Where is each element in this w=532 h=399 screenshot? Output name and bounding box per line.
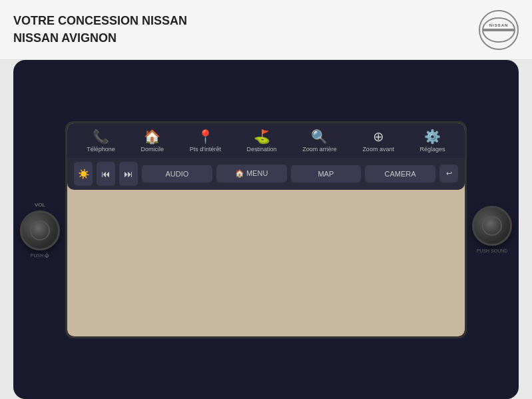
vol-label: VOL — [35, 202, 45, 208]
destination-label: Destination — [247, 146, 277, 153]
telephone-label: Téléphone — [87, 146, 115, 153]
map-button[interactable]: MAP — [291, 165, 362, 183]
brightness-btn[interactable]: ☀️ — [74, 162, 93, 186]
main-screen: ⛽ ⛽ La Durance Anguillon Étang de Sudre … — [67, 123, 465, 336]
svg-rect-1 — [483, 29, 515, 31]
poi-label: Pts d'intérêt — [190, 146, 221, 153]
next-btn[interactable]: ⏭ — [119, 162, 138, 186]
nav-reglages[interactable]: ⚙️ Réglages — [415, 127, 451, 154]
svg-text:NISSAN: NISSAN — [489, 23, 509, 27]
nav-zoom-in[interactable]: ⊕ Zoom avant — [357, 127, 399, 154]
nav-zoom-out[interactable]: 🔍 Zoom arrière — [297, 127, 342, 154]
destination-icon: ⛳ — [254, 129, 270, 145]
nav-destination[interactable]: ⛳ Destination — [242, 127, 282, 154]
menu-button[interactable]: 🏠 MENU — [216, 165, 287, 183]
header-title: VOTRE CONCESSION NISSAN NISSAN AVIGNON — [13, 13, 187, 46]
nav-icons-row: 📞 Téléphone 🏠 Domicile 📍 Pts d'intérêt ⛳… — [67, 123, 465, 158]
home-icon: 🏠 — [144, 129, 160, 145]
settings-icon: ⚙️ — [424, 129, 441, 145]
sound-knob-inner — [482, 216, 502, 236]
right-controls: PUSH SOUND — [472, 206, 512, 253]
device-frame: VOL PUSH ⏻ — [13, 60, 519, 399]
bottom-button-bar: ☀️ ⏮ ⏭ AUDIO 🏠 MENU MAP CAMERA ↩ — [67, 158, 465, 190]
push-label: PUSH ⏻ — [31, 253, 49, 258]
back-button[interactable]: ↩ — [439, 165, 458, 183]
vol-knob-inner — [30, 220, 50, 240]
screen-container: ⛽ ⛽ La Durance Anguillon Étang de Sudre … — [65, 121, 467, 338]
audio-button[interactable]: AUDIO — [142, 165, 212, 183]
prev-btn[interactable]: ⏮ — [97, 162, 115, 186]
vol-knob[interactable] — [20, 210, 60, 250]
poi-icon: 📍 — [197, 129, 214, 145]
zoom-out-icon: 🔍 — [311, 129, 328, 145]
screen-area: VOL PUSH ⏻ — [20, 67, 512, 392]
telephone-icon: 📞 — [93, 129, 109, 145]
nissan-logo: NISSAN — [479, 10, 519, 50]
zoom-out-label: Zoom arrière — [302, 146, 337, 153]
sound-knob[interactable] — [472, 206, 512, 246]
camera-button[interactable]: CAMERA — [365, 165, 435, 183]
zoom-in-label: Zoom avant — [362, 146, 394, 153]
push-sound-label: PUSH SOUND — [477, 248, 508, 253]
reglages-label: Réglages — [420, 146, 445, 153]
header: VOTRE CONCESSION NISSAN NISSAN AVIGNON N… — [0, 0, 532, 60]
nav-poi[interactable]: 📍 Pts d'intérêt — [184, 127, 226, 154]
nav-telephone[interactable]: 📞 Téléphone — [81, 127, 121, 154]
left-controls: VOL PUSH ⏻ — [20, 202, 60, 258]
domicile-label: Domicile — [141, 146, 164, 153]
nissan-logo-svg: NISSAN — [482, 17, 515, 43]
zoom-in-icon: ⊕ — [373, 129, 384, 145]
nav-domicile[interactable]: 🏠 Domicile — [136, 127, 170, 154]
